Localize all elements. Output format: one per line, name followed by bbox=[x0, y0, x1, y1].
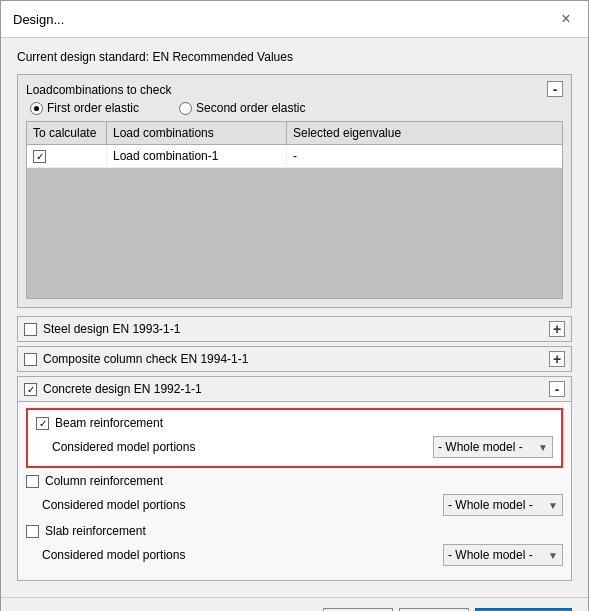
radio-first-order[interactable]: First order elastic bbox=[30, 101, 139, 115]
steel-header-left: Steel design EN 1993-1-1 bbox=[24, 322, 180, 336]
steel-header[interactable]: Steel design EN 1993-1-1 + bbox=[17, 316, 572, 342]
column-reinforcement-header: Column reinforcement bbox=[26, 474, 563, 488]
slab-model-portions-dropdown[interactable]: - Whole model - ▼ bbox=[443, 544, 563, 566]
loadcombinations-section: Loadcombinations to check - First order … bbox=[17, 74, 572, 308]
column-dropdown-value: - Whole model - bbox=[448, 498, 533, 512]
radio-group: First order elastic Second order elastic bbox=[26, 101, 563, 115]
steel-label: Steel design EN 1993-1-1 bbox=[43, 322, 180, 336]
slab-reinforcement-header: Slab reinforcement bbox=[26, 524, 563, 538]
beam-label: Beam reinforcement bbox=[55, 416, 163, 430]
slab-dropdown-value: - Whole model - bbox=[448, 548, 533, 562]
beam-model-portions-label: Considered model portions bbox=[36, 440, 195, 454]
beam-model-portions-dropdown[interactable]: - Whole model - ▼ bbox=[433, 436, 553, 458]
loadcomb-table: To calculate Load combinations Selected … bbox=[26, 121, 563, 299]
composite-checkbox[interactable] bbox=[24, 353, 37, 366]
steel-checkbox[interactable] bbox=[24, 323, 37, 336]
concrete-header-left: Concrete design EN 1992-1-1 bbox=[24, 382, 202, 396]
concrete-section: Concrete design EN 1992-1-1 - Beam reinf… bbox=[17, 376, 572, 581]
col-load-combinations: Load combinations bbox=[107, 122, 287, 144]
beam-reinforcement-header: Beam reinforcement bbox=[36, 416, 553, 430]
beam-dropdown-arrow-icon: ▼ bbox=[538, 442, 548, 453]
column-model-portions-dropdown[interactable]: - Whole model - ▼ bbox=[443, 494, 563, 516]
slab-label: Slab reinforcement bbox=[45, 524, 146, 538]
slab-reinforcement-section: Slab reinforcement Considered model port… bbox=[26, 524, 563, 568]
column-reinforcement-section: Column reinforcement Considered model po… bbox=[26, 474, 563, 518]
beam-checkbox[interactable] bbox=[36, 417, 49, 430]
slab-checkbox[interactable] bbox=[26, 525, 39, 538]
table-header: To calculate Load combinations Selected … bbox=[27, 122, 562, 145]
slab-dropdown-arrow-icon: ▼ bbox=[548, 550, 558, 561]
column-checkbox[interactable] bbox=[26, 475, 39, 488]
radio-first-icon bbox=[30, 102, 43, 115]
radio-second-order[interactable]: Second order elastic bbox=[179, 101, 305, 115]
row-combination: Load combination-1 bbox=[107, 145, 287, 167]
column-model-portions-label: Considered model portions bbox=[26, 498, 185, 512]
composite-header[interactable]: Composite column check EN 1994-1-1 + bbox=[17, 346, 572, 372]
radio-second-icon bbox=[179, 102, 192, 115]
steel-section: Steel design EN 1993-1-1 + bbox=[17, 316, 572, 342]
composite-expand-icon[interactable]: + bbox=[549, 351, 565, 367]
row-checkbox[interactable] bbox=[33, 150, 46, 163]
concrete-body: Beam reinforcement Considered model port… bbox=[18, 402, 571, 580]
title-bar: Design... × bbox=[1, 1, 588, 38]
column-label: Column reinforcement bbox=[45, 474, 163, 488]
column-dropdown-arrow-icon: ▼ bbox=[548, 500, 558, 511]
table-row: Load combination-1 - bbox=[27, 145, 562, 168]
beam-reinforcement-box: Beam reinforcement Considered model port… bbox=[26, 408, 563, 468]
col-to-calculate: To calculate bbox=[27, 122, 107, 144]
concrete-header: Concrete design EN 1992-1-1 - bbox=[18, 377, 571, 402]
composite-header-left: Composite column check EN 1994-1-1 bbox=[24, 352, 248, 366]
concrete-checkbox[interactable] bbox=[24, 383, 37, 396]
loadcombinations-header: Loadcombinations to check - bbox=[26, 83, 563, 97]
row-eigenvalue: - bbox=[287, 145, 562, 167]
concrete-collapse-icon[interactable]: - bbox=[549, 381, 565, 397]
dialog-title: Design... bbox=[13, 12, 64, 27]
beam-model-portions-row: Considered model portions - Whole model … bbox=[36, 434, 553, 460]
dialog-body: Current design standard: EN Recommended … bbox=[1, 38, 588, 597]
col-selected-eigenvalue: Selected eigenvalue bbox=[287, 122, 562, 144]
composite-label: Composite column check EN 1994-1-1 bbox=[43, 352, 248, 366]
table-empty-area bbox=[27, 168, 562, 298]
close-icon[interactable]: × bbox=[556, 9, 576, 29]
loadcomb-collapse-btn[interactable]: - bbox=[547, 81, 563, 97]
row-checked bbox=[27, 145, 107, 167]
steel-expand-icon[interactable]: + bbox=[549, 321, 565, 337]
composite-section: Composite column check EN 1994-1-1 + bbox=[17, 346, 572, 372]
slab-model-portions-row: Considered model portions - Whole model … bbox=[26, 542, 563, 568]
dialog-footer: Close Apply Calculation bbox=[1, 597, 588, 611]
column-model-portions-row: Considered model portions - Whole model … bbox=[26, 492, 563, 518]
beam-dropdown-value: - Whole model - bbox=[438, 440, 523, 454]
design-dialog: Design... × Current design standard: EN … bbox=[0, 0, 589, 611]
concrete-label: Concrete design EN 1992-1-1 bbox=[43, 382, 202, 396]
current-standard-label: Current design standard: EN Recommended … bbox=[17, 50, 572, 64]
slab-model-portions-label: Considered model portions bbox=[26, 548, 185, 562]
